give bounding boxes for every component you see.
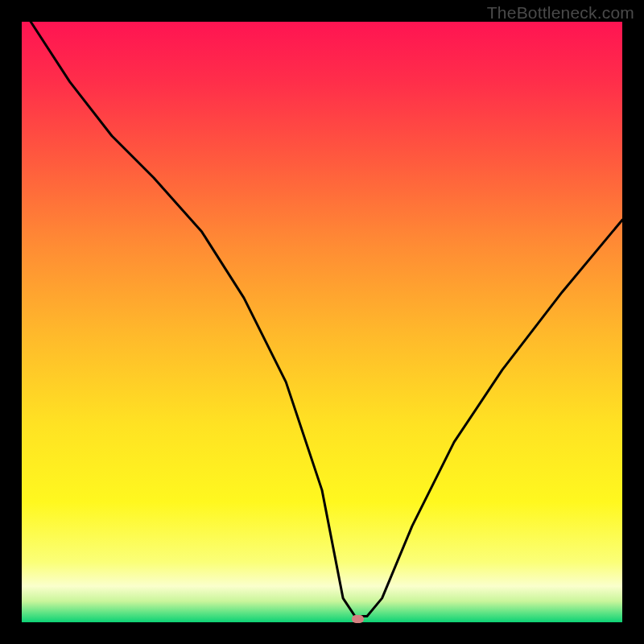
- watermark-text: TheBottleneck.com: [487, 3, 634, 23]
- marker-dot: [352, 615, 364, 623]
- plot-area: [22, 22, 622, 622]
